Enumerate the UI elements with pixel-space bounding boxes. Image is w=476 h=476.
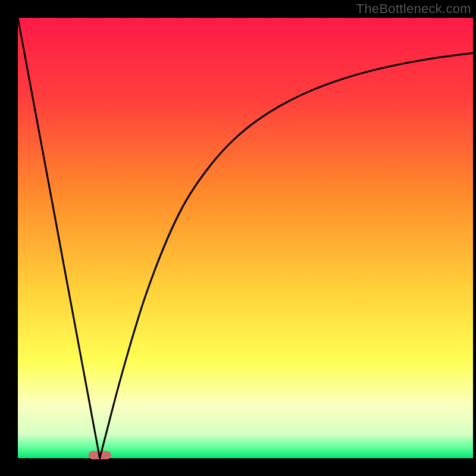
chart-container: TheBottleneck.com xyxy=(0,0,476,476)
watermark-text: TheBottleneck.com xyxy=(356,1,471,17)
bottleneck-chart-canvas xyxy=(0,0,476,476)
